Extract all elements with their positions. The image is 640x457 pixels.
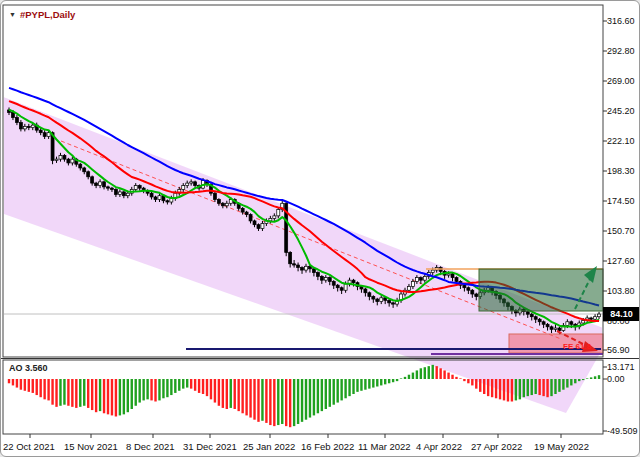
date-axis-label: 16 Feb 2022 <box>301 441 354 452</box>
date-axis-label: 27 Apr 2022 <box>471 441 522 452</box>
date-axis-label: 31 Dec 2021 <box>183 441 237 452</box>
price-axis-label: 316.60 <box>607 16 640 26</box>
ao-axis-label: 0.00 <box>607 374 640 384</box>
price-axis-label: 269.00 <box>607 76 640 86</box>
last-price-badge: 84.10 <box>603 307 640 321</box>
price-axis-label: 150.70 <box>607 226 640 236</box>
symbol-selector[interactable]: ▼ #PYPL,Daily <box>9 9 75 20</box>
date-axis-label: 25 Jan 2022 <box>243 441 295 452</box>
bearish-channel <box>1 96 603 413</box>
price-axis-label: 198.30 <box>607 166 640 176</box>
price-axis-label: 292.80 <box>607 46 640 56</box>
date-axis-label: 15 Nov 2021 <box>64 441 118 452</box>
fibonacci-expansion-label: FE 61.8 <box>563 342 591 351</box>
price-axis-label: 174.50 <box>607 196 640 206</box>
price-axis-label: 222.10 <box>607 136 640 146</box>
ao-indicator-label: AO 3.560 <box>9 363 48 373</box>
date-axis-label: 4 Apr 2022 <box>416 441 462 452</box>
date-axis-label: 11 Mar 2022 <box>358 441 411 452</box>
symbol-name: #PYPL,Daily <box>20 9 75 20</box>
symbol-dropdown-icon: ▼ <box>9 11 16 18</box>
ao-axis-label: -49.509 <box>607 426 640 436</box>
price-axis-label: 56.90 <box>607 345 640 355</box>
price-axis-label: 127.60 <box>607 256 640 266</box>
trading-chart-window: ▼ #PYPL,Daily AO 3.560 316.60292.80269.0… <box>0 0 640 457</box>
price-axis-label: 245.20 <box>607 106 640 116</box>
ao-axis-label: 13.171 <box>607 362 640 372</box>
date-axis-label: 8 Dec 2021 <box>126 441 175 452</box>
price-axis-label: 103.80 <box>607 286 640 296</box>
chart-canvas[interactable] <box>1 1 640 457</box>
date-axis[interactable]: 22 Oct 202115 Nov 20218 Dec 202131 Dec 2… <box>1 439 640 457</box>
price-axis[interactable]: 316.60292.80269.00245.20222.10198.30174.… <box>604 1 640 434</box>
date-axis-label: 22 Oct 2021 <box>3 441 55 452</box>
date-axis-label: 19 May 2022 <box>534 441 589 452</box>
